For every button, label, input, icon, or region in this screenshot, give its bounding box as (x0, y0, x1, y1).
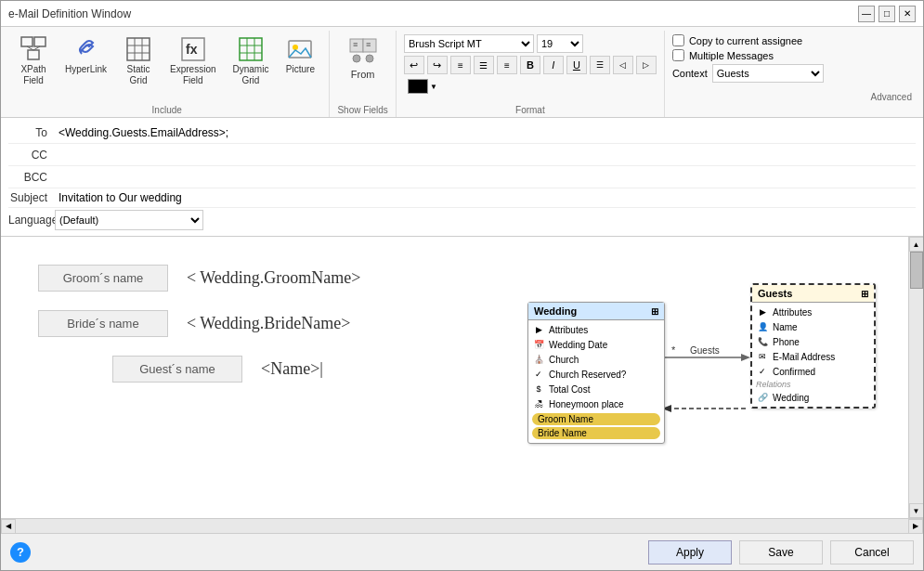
font-name-select[interactable]: Brush Script MT (404, 34, 534, 53)
save-button[interactable]: Save (739, 540, 823, 565)
editor-area: Groom´s name < Wedding.GroomName> Bride´… (1, 237, 908, 518)
align-left-button[interactable]: ≡ (450, 56, 471, 74)
email-icon: ✉ (756, 350, 769, 363)
cancel-button[interactable]: Cancel (830, 540, 914, 565)
scroll-left-arrow[interactable]: ◀ (1, 519, 16, 534)
bride-name-box: Bride´s name (38, 310, 168, 337)
scroll-right-arrow[interactable]: ▶ (908, 519, 923, 534)
format-row-3: ▼ (404, 77, 657, 96)
underline-button[interactable]: U (566, 56, 587, 74)
apply-button[interactable]: Apply (648, 540, 732, 565)
wedding-table-body: ▶ Attributes 📅 Wedding Date ⛪ Church (528, 320, 664, 443)
to-field[interactable] (55, 125, 916, 140)
to-label: To (8, 126, 55, 139)
svg-text:Guests: Guests (690, 345, 720, 356)
format-row-2: ↩ ↪ ≡ ☰ ≡ B I U ☰ ◁ ▷ (404, 56, 657, 74)
window-title: e-Mail Definition Window (8, 7, 131, 20)
hyperlink-button[interactable]: HyperLink (59, 31, 113, 79)
db-row: $ Total Cost (528, 382, 664, 396)
xpath-label: XPathField (20, 64, 46, 86)
redo-button[interactable]: ↪ (427, 56, 448, 74)
bride-field-placeholder: < Wedding.BrideName> (187, 314, 350, 333)
align-right-button[interactable]: ≡ (497, 56, 517, 74)
guests-title: Guests (758, 288, 792, 299)
undo-button[interactable]: ↩ (404, 56, 424, 74)
static-grid-label: StaticGrid (127, 64, 150, 86)
cc-field[interactable] (55, 148, 916, 162)
font-size-select[interactable]: 19 (537, 34, 583, 53)
honeymoon-icon: 🏖 (532, 397, 545, 410)
expression-icon: fx (178, 34, 208, 64)
ribbon-toolbar: XPathField HyperLink (1, 27, 923, 117)
include-label: Include (12, 102, 321, 117)
svg-rect-2 (28, 50, 39, 59)
scroll-thumb[interactable] (910, 252, 923, 289)
static-grid-button[interactable]: StaticGrid (117, 31, 160, 90)
text-color-button[interactable]: ▼ (404, 77, 441, 96)
church-icon: ⛪ (532, 353, 545, 366)
copy-checkbox[interactable] (672, 34, 684, 46)
editor-wrapper: Groom´s name < Wedding.GroomName> Bride´… (1, 237, 923, 518)
svg-point-21 (353, 55, 360, 62)
context-label: Context (672, 68, 708, 79)
svg-rect-5 (127, 38, 150, 60)
multiple-checkbox[interactable] (672, 49, 684, 61)
cost-icon: $ (532, 383, 545, 396)
language-select[interactable]: (Default) (55, 210, 203, 230)
wedding-date-label: Wedding Date (549, 340, 607, 350)
close-button[interactable]: ✕ (899, 6, 916, 22)
dynamic-grid-icon (236, 34, 266, 64)
list-button[interactable]: ☰ (590, 56, 610, 74)
main-content: To CC BCC Subject Language: (Default) (1, 118, 923, 533)
horizontal-scrollbar: ◀ ▶ (1, 518, 923, 533)
maximize-button[interactable]: □ (878, 6, 895, 22)
cc-row: CC (8, 144, 916, 166)
help-button[interactable]: ? (10, 542, 31, 563)
to-row: To (8, 122, 916, 144)
minimize-button[interactable]: — (858, 6, 875, 22)
guest-field-placeholder: <Name>| (261, 359, 323, 379)
bold-button[interactable]: B (520, 56, 540, 74)
guests-expand[interactable]: ⊞ (861, 289, 868, 299)
footer: ? Apply Save Cancel (1, 533, 923, 570)
from-button[interactable]: ≡ ≡ From (338, 31, 388, 85)
xpath-field-button[interactable]: XPathField (12, 31, 55, 90)
bcc-row: BCC (8, 166, 916, 188)
relations-label: Relations (752, 379, 874, 390)
scroll-down-arrow[interactable]: ▼ (909, 503, 924, 518)
groom-field-placeholder: < Wedding.GroomName> (187, 268, 361, 288)
cost-label: Total Cost (549, 384, 590, 395)
show-fields-group: ≡ ≡ From Show Fields (330, 31, 396, 117)
expression-field-button[interactable]: fx ExpressionField (163, 31, 222, 90)
confirmed-label: Confirmed (773, 367, 815, 377)
copy-label: Copy to current assignee (689, 35, 802, 46)
db-row: ▶ Attributes (752, 305, 874, 319)
svg-point-22 (366, 55, 373, 62)
static-grid-icon (124, 34, 153, 64)
subject-field[interactable] (55, 190, 916, 205)
indent-inc-button[interactable]: ▷ (636, 56, 657, 74)
bride-name-row: Bride Name (532, 427, 660, 439)
scroll-up-arrow[interactable]: ▲ (909, 237, 924, 252)
wedding-table-header: Wedding ⊞ (528, 303, 664, 320)
picture-icon (285, 34, 315, 64)
reserved-icon: ✓ (532, 368, 545, 381)
hyperlink-label: HyperLink (65, 64, 107, 75)
align-center-button[interactable]: ☰ (474, 56, 494, 74)
wedding-expand[interactable]: ⊞ (651, 306, 658, 317)
bcc-field[interactable] (55, 170, 916, 185)
picture-button[interactable]: Picture (279, 31, 321, 79)
italic-button[interactable]: I (543, 56, 564, 74)
format-label: Format (404, 102, 657, 117)
context-select[interactable]: Guests Wedding All (712, 64, 824, 83)
db-row: 🔗 Wedding (752, 390, 874, 405)
dynamic-grid-button[interactable]: DynamicGrid (227, 31, 276, 90)
email-label2: E-Mail Address (773, 352, 835, 362)
title-controls: — □ ✕ (858, 6, 916, 22)
color-dropdown-arrow[interactable]: ▼ (430, 83, 437, 91)
footer-buttons: Apply Save Cancel (648, 540, 914, 565)
format-row-1: Brush Script MT 19 (404, 34, 657, 53)
indent-dec-button[interactable]: ◁ (613, 56, 633, 74)
xpath-icon (19, 34, 48, 64)
advanced-label: Advanced (672, 89, 912, 104)
